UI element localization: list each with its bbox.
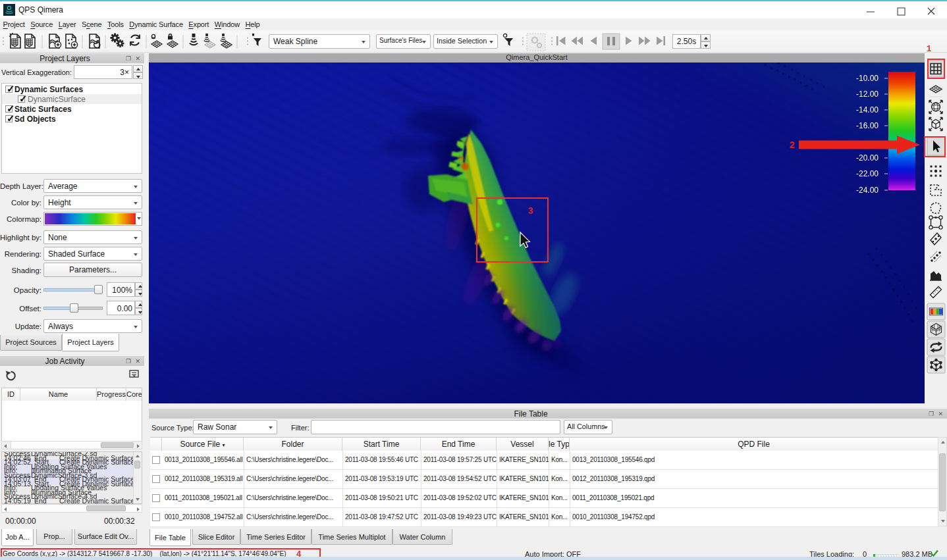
svg-text:-24.00: -24.00 (856, 186, 879, 195)
svg-text:-22.00: -22.00 (856, 169, 879, 178)
svg-text:-10.00: -10.00 (856, 74, 879, 83)
svg-text:-20.00: -20.00 (856, 153, 879, 163)
svg-text:-14.00: -14.00 (856, 105, 879, 115)
svg-text:-12.00: -12.00 (856, 89, 879, 99)
svg-text:-16.00: -16.00 (856, 121, 879, 130)
svg-text:3: 3 (528, 205, 533, 216)
svg-text:2: 2 (790, 140, 795, 150)
